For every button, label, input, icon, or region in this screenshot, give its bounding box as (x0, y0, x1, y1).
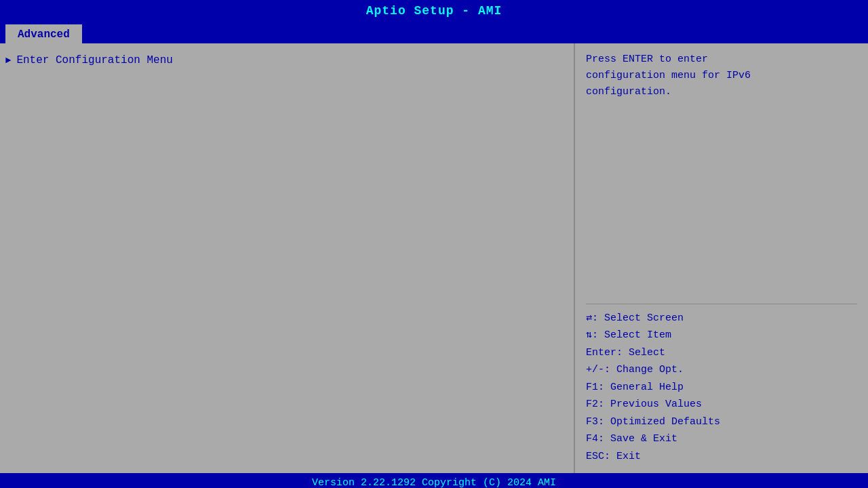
menu-item-label: Enter Configuration Menu (16, 54, 172, 66)
key-help-row-8: ESC: Exit (586, 448, 857, 466)
left-panel: ► Enter Configuration Menu (0, 43, 575, 473)
help-line-2: configuration menu for IPv6 (586, 70, 751, 81)
key-help-row-0: ⇄: Select Screen (586, 310, 857, 327)
help-text: Press ENTER to enter configuration menu … (586, 52, 857, 298)
arrow-icon: ► (5, 55, 11, 66)
key-help-row-4: F1: General Help (586, 379, 857, 396)
key-help-row-3: +/-: Change Opt. (586, 361, 857, 379)
key-help-row-2: Enter: Select (586, 344, 857, 362)
main-content: ► Enter Configuration Menu Press ENTER t… (0, 43, 868, 473)
menu-item-enter-config[interactable]: ► Enter Configuration Menu (5, 52, 568, 69)
divider (586, 304, 857, 304)
key-help-section: ⇄: Select Screen ⇅: Select Item Enter: S… (586, 310, 857, 466)
help-line-1: Press ENTER to enter (586, 54, 708, 65)
key-help-row-1: ⇅: Select Item (586, 327, 857, 344)
key-help-row-7: F4: Save & Exit (586, 430, 857, 448)
tab-advanced[interactable]: Advanced (5, 24, 82, 43)
right-panel: Press ENTER to enter configuration menu … (575, 43, 868, 473)
header-title: Aptio Setup - AMI (0, 0, 868, 22)
footer: Version 2.22.1292 Copyright (C) 2024 AMI (0, 473, 868, 488)
key-help-row-5: F2: Previous Values (586, 396, 857, 413)
help-line-3: configuration. (586, 86, 671, 98)
footer-text: Version 2.22.1292 Copyright (C) 2024 AMI (312, 477, 556, 488)
tab-bar: Advanced (0, 22, 868, 43)
key-help-row-6: F3: Optimized Defaults (586, 413, 857, 431)
app-title: Aptio Setup - AMI (366, 4, 502, 18)
